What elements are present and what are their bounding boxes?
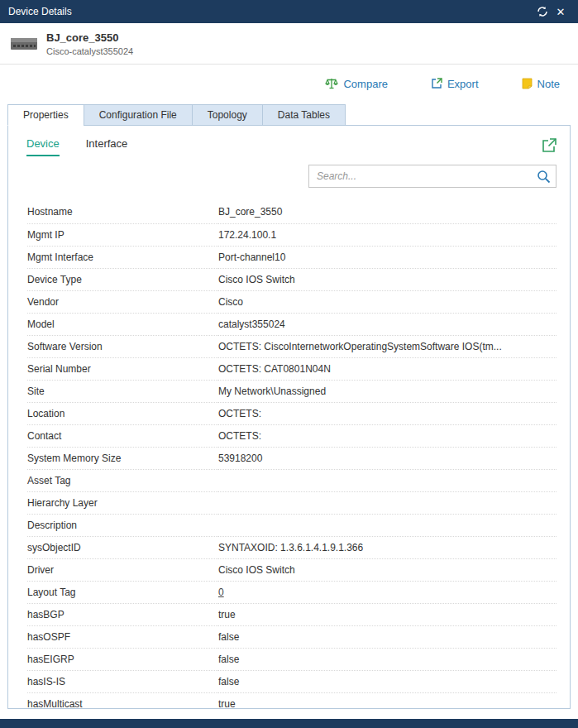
table-row: Mgmt InterfacePort-channel10 bbox=[27, 246, 557, 268]
table-row: hasIS-ISfalse bbox=[27, 670, 557, 692]
property-label: Site bbox=[27, 380, 218, 402]
table-row: Serial NumberOCTETS: CAT0801N04N bbox=[27, 357, 557, 380]
property-value bbox=[218, 469, 557, 491]
property-value: true bbox=[218, 692, 557, 709]
property-value: Cisco IOS Switch bbox=[218, 558, 557, 581]
compare-button[interactable]: Compare bbox=[325, 78, 387, 90]
property-value: BJ_core_3550 bbox=[218, 201, 557, 223]
property-label: Description bbox=[27, 514, 218, 536]
property-label: Hierarchy Layer bbox=[27, 491, 218, 514]
property-value: false bbox=[218, 670, 557, 692]
table-row: Mgmt IP172.24.100.1 bbox=[27, 223, 557, 246]
export-label: Export bbox=[447, 78, 479, 90]
tab-bar: Properties Configuration File Topology D… bbox=[0, 103, 578, 125]
property-value: Cisco IOS Switch bbox=[218, 268, 557, 290]
compare-label: Compare bbox=[343, 78, 387, 90]
property-label: Location bbox=[27, 402, 218, 424]
table-row: Description bbox=[27, 514, 557, 536]
property-value: 0 bbox=[218, 581, 557, 603]
property-label: Mgmt IP bbox=[27, 223, 218, 246]
property-label: hasMulticast bbox=[27, 692, 218, 709]
property-label: Contact bbox=[27, 424, 218, 447]
note-label: Note bbox=[537, 78, 560, 90]
actions-bar: Compare Export Note bbox=[0, 65, 578, 103]
property-value: My Network\Unassigned bbox=[218, 380, 557, 402]
property-value: false bbox=[218, 648, 557, 670]
note-icon bbox=[522, 78, 533, 89]
titlebar: Device Details ✕ bbox=[0, 0, 578, 23]
search-row bbox=[8, 156, 570, 188]
close-icon[interactable]: ✕ bbox=[552, 2, 570, 21]
property-label: Software Version bbox=[27, 335, 218, 357]
property-label: Model bbox=[27, 313, 218, 335]
panel-top: Device Interface bbox=[8, 126, 570, 156]
subtab-device[interactable]: Device bbox=[26, 137, 60, 156]
table-row: System Memory Size53918200 bbox=[27, 447, 557, 469]
search-icon[interactable] bbox=[537, 170, 551, 187]
property-value: OCTETS: CAT0801N04N bbox=[218, 357, 557, 380]
property-label: Asset Tag bbox=[27, 469, 218, 491]
property-value bbox=[218, 491, 557, 514]
table-row: Software VersionOCTETS: CiscoInternetwor… bbox=[27, 335, 557, 357]
tab-data-tables[interactable]: Data Tables bbox=[262, 104, 346, 126]
open-in-new-icon[interactable] bbox=[542, 138, 557, 156]
property-value: Cisco bbox=[218, 290, 557, 313]
subtab-interface[interactable]: Interface bbox=[86, 137, 128, 156]
table-row: hasMulticasttrue bbox=[27, 692, 557, 709]
table-row: DriverCisco IOS Switch bbox=[27, 558, 557, 581]
property-value: true bbox=[218, 603, 557, 625]
property-value: false bbox=[218, 625, 557, 648]
property-label: hasIS-IS bbox=[27, 670, 218, 692]
property-value: catalyst355024 bbox=[218, 313, 557, 335]
search-input[interactable] bbox=[309, 165, 556, 187]
property-label: Layout Tag bbox=[27, 581, 218, 603]
layout-tag-link[interactable]: 0 bbox=[218, 587, 224, 598]
refresh-icon[interactable] bbox=[533, 2, 552, 21]
tab-topology[interactable]: Topology bbox=[192, 104, 262, 126]
tab-properties[interactable]: Properties bbox=[7, 104, 84, 126]
export-button[interactable]: Export bbox=[431, 78, 479, 90]
table-row: Hierarchy Layer bbox=[27, 491, 557, 514]
property-label: Device Type bbox=[27, 268, 218, 290]
table-row: hasEIGRPfalse bbox=[27, 648, 557, 670]
property-value: 172.24.100.1 bbox=[218, 223, 557, 246]
device-details-window: Device Details ✕ BJ_core_3550 Cisco-cata… bbox=[0, 0, 578, 728]
note-button[interactable]: Note bbox=[522, 78, 560, 90]
property-value: Port-channel10 bbox=[218, 246, 557, 268]
property-label: hasOSPF bbox=[27, 625, 218, 648]
property-value: OCTETS: bbox=[218, 424, 557, 447]
table-row: Layout Tag0 bbox=[27, 581, 557, 603]
compare-scale-icon bbox=[325, 78, 338, 89]
search-box bbox=[308, 165, 557, 188]
export-icon bbox=[431, 78, 442, 89]
table-row: LocationOCTETS: bbox=[27, 402, 557, 424]
device-header: BJ_core_3550 Cisco-catalyst355024 bbox=[0, 23, 578, 65]
property-value: SYNTAXOID: 1.3.6.1.4.1.9.1.366 bbox=[218, 536, 557, 558]
property-label: Hostname bbox=[27, 201, 218, 223]
table-row: hasBGPtrue bbox=[27, 603, 557, 625]
window-title: Device Details bbox=[8, 6, 72, 17]
property-label: Vendor bbox=[27, 290, 218, 313]
properties-panel: Device Interface HostnameBJ_core_3550Mgm… bbox=[7, 125, 571, 709]
table-row: Device TypeCisco IOS Switch bbox=[27, 268, 557, 290]
table-row: VendorCisco bbox=[27, 290, 557, 313]
property-value: 53918200 bbox=[218, 447, 557, 469]
device-header-text: BJ_core_3550 Cisco-catalyst355024 bbox=[46, 31, 133, 56]
table-row: ContactOCTETS: bbox=[27, 424, 557, 447]
table-row: HostnameBJ_core_3550 bbox=[27, 201, 557, 223]
properties-table: HostnameBJ_core_3550Mgmt IP172.24.100.1M… bbox=[27, 201, 557, 709]
property-label: hasEIGRP bbox=[27, 648, 218, 670]
bottom-bar bbox=[0, 719, 578, 728]
table-row: Modelcatalyst355024 bbox=[27, 313, 557, 335]
subtab-bar: Device Interface bbox=[26, 137, 127, 156]
property-label: Mgmt Interface bbox=[27, 246, 218, 268]
property-label: hasBGP bbox=[27, 603, 218, 625]
property-value bbox=[218, 514, 557, 536]
device-model: Cisco-catalyst355024 bbox=[46, 46, 133, 56]
table-row: sysObjectIDSYNTAXOID: 1.3.6.1.4.1.9.1.36… bbox=[27, 536, 557, 558]
tab-configuration-file[interactable]: Configuration File bbox=[84, 104, 192, 126]
property-value: OCTETS: bbox=[218, 402, 557, 424]
device-name: BJ_core_3550 bbox=[46, 31, 133, 44]
property-label: sysObjectID bbox=[27, 536, 218, 558]
table-row: hasOSPFfalse bbox=[27, 625, 557, 648]
